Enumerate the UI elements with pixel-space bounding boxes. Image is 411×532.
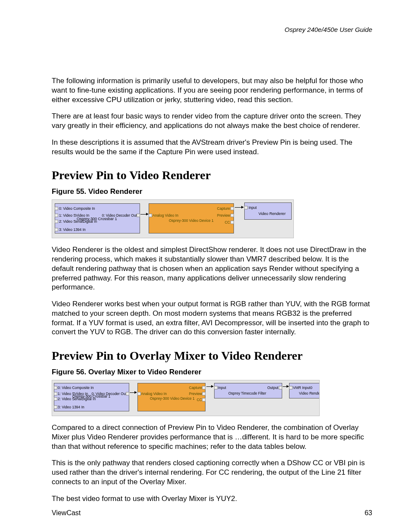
timecode-input: Input	[218, 386, 226, 390]
section2-p1: Compared to a direct connection of Previ…	[52, 423, 372, 451]
intro-p3: In these descriptions it is assumed that…	[52, 138, 372, 157]
section1-p1: Video Renderer is the oldest and simples…	[52, 245, 372, 292]
crossbar2-out: 0: Video Decoder Out	[91, 392, 127, 396]
intro-p1: The following information is primarily u…	[52, 76, 372, 104]
device2-cc: CC	[197, 398, 202, 402]
video-device-box-2: Analog Video In Osprey-300 Video Device …	[137, 383, 206, 411]
device-preview: Preview	[217, 213, 230, 218]
section2-heading: Preview Pin to Overlay Mixer to Video Re…	[52, 349, 372, 363]
device2-title: Osprey-300 Video Device 1	[150, 396, 195, 401]
footer-pagenum: 63	[364, 509, 372, 517]
intro-p2: There are at least four basic ways to re…	[52, 112, 372, 131]
figure56-caption: Figure 56. Overlay Mixer to Video Render…	[52, 368, 372, 376]
vmr-title: Video Rende	[299, 391, 320, 395]
crossbar2-in0: 0: Video Composite In	[58, 386, 93, 390]
arrow-icon	[206, 386, 213, 387]
crossbar-in3: 3: Video 1394 In	[59, 227, 86, 232]
video-renderer-box: Input Video Renderer	[244, 202, 292, 220]
section2-p3: The best video format to use with Overla…	[52, 494, 372, 504]
arrow-icon	[235, 207, 243, 208]
timecode-output: Output	[267, 386, 278, 390]
renderer-input: Input	[249, 205, 257, 210]
renderer-title: Video Renderer	[258, 212, 286, 216]
device-capture: Capture	[217, 206, 230, 211]
device-cc: CC	[225, 220, 230, 224]
footer-left: ViewCast	[52, 509, 81, 517]
device2-capture: Capture	[189, 386, 202, 390]
device-in: Analog Video In	[153, 213, 178, 218]
timecode-title: Osprey Timecode Filter	[228, 391, 266, 395]
crossbar2-in3: 3: Video 1394 In	[58, 405, 84, 409]
arrow-icon	[130, 392, 137, 393]
video-device-box: Analog Video In Osprey-300 Video Device …	[149, 203, 234, 233]
crossbar-filter-box-2: 0: Video Composite In 1: Video SVideo In…	[54, 383, 129, 411]
figure55-diagram: 0: Video Composite In 1: Video SVideo In…	[52, 199, 294, 238]
section1-p2: Video Renderer works best when your outp…	[52, 299, 372, 337]
crossbar-filter-box: 0: Video Composite In 1: Video SVideo In…	[55, 203, 140, 233]
crossbar-out: 0: Video Decoder Out	[102, 213, 137, 218]
vmr-box: VMR Input0 Video Rende	[289, 383, 320, 398]
figure55-caption: Figure 55. Video Renderer	[52, 187, 372, 196]
arrow-icon	[140, 214, 148, 215]
timecode-filter-box: Input Output Osprey Timecode Filter	[214, 383, 282, 398]
section2-p2: This is the only pathway that renders cl…	[52, 458, 372, 486]
device-title: Osprey-300 Video Device 1	[169, 218, 214, 223]
arrow-icon	[283, 386, 289, 387]
crossbar-in0: 0: Video Composite In	[59, 206, 95, 211]
section1-heading: Preview Pin to Video Renderer	[52, 168, 372, 182]
device2-preview: Preview	[189, 392, 202, 396]
vmr-input: VMR Input0	[293, 386, 312, 390]
figure56-diagram: 0: Video Composite In 1: Video SVideo In…	[52, 380, 320, 416]
page-header: Osprey 240e/450e User Guide	[52, 26, 372, 33]
device2-in: Analog Video In	[141, 392, 167, 396]
